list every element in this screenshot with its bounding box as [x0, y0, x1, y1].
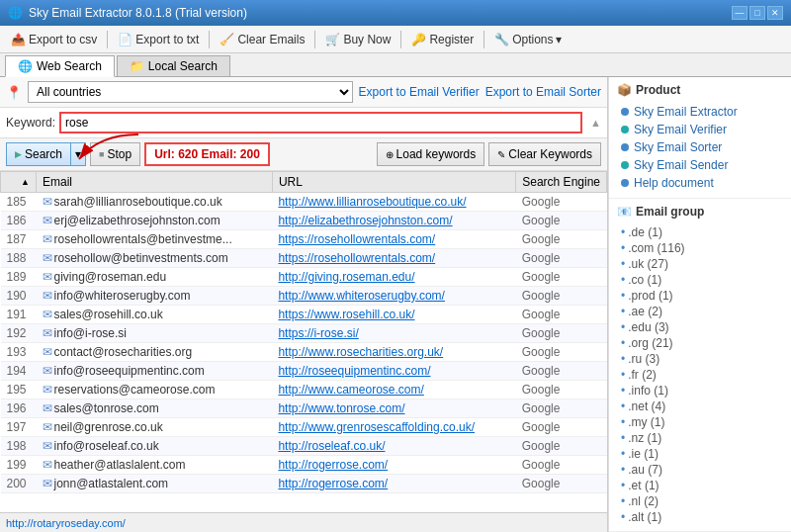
email-group-item[interactable]: • .prod (1)	[617, 288, 783, 304]
cell-email[interactable]: ✉sales@rosehill.co.uk	[37, 306, 273, 324]
product-item[interactable]: Help document	[617, 174, 783, 192]
email-group-item[interactable]: • .my (1)	[617, 414, 783, 430]
cell-email[interactable]: ✉erj@elizabethrosejohnston.com	[37, 212, 273, 230]
product-item[interactable]: Sky Email Verifier	[617, 121, 783, 138]
search-button-main[interactable]: ▶ Search	[7, 143, 71, 165]
clear-keywords-button[interactable]: ✎ Clear Keywords	[488, 142, 601, 166]
cell-email[interactable]: ✉sarah@lillianroseboutique.co.uk	[37, 193, 273, 212]
sort-icon[interactable]: ▲	[21, 177, 30, 187]
country-select[interactable]: All countries	[28, 81, 353, 103]
export-sorter-link[interactable]: Export to Email Sorter	[485, 85, 601, 99]
menu-clear-emails[interactable]: 🧹 Clear Emails	[214, 30, 310, 49]
cell-url[interactable]: http://roseequipmentinc.com/	[272, 362, 515, 381]
menu-options[interactable]: 🔧 Options ▾	[488, 30, 568, 49]
email-group-item[interactable]: • .ru (3)	[617, 351, 783, 367]
cell-email[interactable]: ✉sales@tonrose.com	[37, 399, 273, 418]
email-group-item[interactable]: • .au (7)	[617, 462, 783, 478]
cell-url[interactable]: http://www.lillianroseboutique.co.uk/	[272, 193, 515, 212]
email-group-item[interactable]: • .fr (2)	[617, 367, 783, 383]
tab-web-search[interactable]: 🌐 Web Search	[5, 55, 115, 77]
col-header-url[interactable]: URL	[272, 172, 515, 193]
product-item[interactable]: Sky Email Sender	[617, 156, 783, 174]
bullet-icon: •	[621, 447, 625, 461]
menu-export-txt[interactable]: 📄 Export to txt	[112, 30, 205, 49]
cell-url[interactable]: http://roseleaf.co.uk/	[272, 437, 515, 456]
cell-url[interactable]: https://rosehollowrentals.com/	[272, 249, 515, 268]
email-group-item[interactable]: • .uk (27)	[617, 256, 783, 272]
cell-email[interactable]: ✉info@i-rose.si	[37, 324, 273, 343]
cell-url[interactable]: http://rogerrose.com/	[272, 475, 515, 493]
cell-engine: Google	[516, 324, 607, 343]
col-header-engine[interactable]: Search Engine	[516, 172, 607, 193]
keyword-input[interactable]	[59, 112, 582, 133]
cell-email[interactable]: ✉rosehollowrentals@betinvestme...	[37, 230, 273, 249]
tab-local-search[interactable]: 📁 Local Search	[117, 55, 230, 76]
stop-button[interactable]: ■ Stop	[90, 142, 140, 166]
email-group-item[interactable]: • .co (1)	[617, 272, 783, 288]
close-button[interactable]: ✕	[767, 6, 783, 20]
bullet-icon: •	[621, 336, 625, 350]
email-group-item[interactable]: • .com (116)	[617, 240, 783, 256]
table-row: 187 ✉rosehollowrentals@betinvestme... ht…	[1, 230, 607, 249]
cell-url[interactable]: http://elizabethrosejohnston.com/	[272, 212, 515, 230]
app-icon: 🌐	[8, 6, 23, 20]
cell-email[interactable]: ✉contact@rosecharities.org	[37, 343, 273, 362]
bullet-icon: •	[621, 463, 625, 477]
email-group-item[interactable]: • .org (21)	[617, 335, 783, 351]
email-table-container[interactable]: ▲ Email URL Search Engine	[0, 171, 607, 512]
email-group-label: .ie (1)	[628, 447, 659, 461]
cell-email[interactable]: ✉jonn@atlastalent.com	[37, 475, 273, 493]
menu-export-csv[interactable]: 📤 Export to csv	[5, 30, 103, 49]
cell-email[interactable]: ✉info@roseleaf.co.uk	[37, 437, 273, 456]
keyword-label: Keyword:	[6, 116, 55, 130]
cell-url[interactable]: http://www.rosecharities.org.uk/	[272, 343, 515, 362]
search-dropdown-arrow[interactable]: ▾	[71, 143, 85, 165]
cell-email[interactable]: ✉giving@roseman.edu	[37, 268, 273, 287]
cell-email[interactable]: ✉rosehollow@betinvestments.com	[37, 249, 273, 268]
cell-url[interactable]: https://i-rose.si/	[272, 324, 515, 343]
maximize-button[interactable]: □	[749, 6, 765, 20]
minimize-button[interactable]: —	[732, 6, 747, 20]
cell-email[interactable]: ✉heather@atlaslalent.com	[37, 456, 273, 475]
cell-url[interactable]: http://rogerrose.com/	[272, 456, 515, 475]
bullet-icon: •	[621, 368, 625, 382]
table-row: 191 ✉sales@rosehill.co.uk https://www.ro…	[1, 306, 607, 324]
search-button[interactable]: ▶ Search ▾	[6, 142, 86, 166]
email-group-icon: 📧	[617, 205, 632, 219]
menu-buy-now[interactable]: 🛒 Buy Now	[319, 30, 396, 49]
cell-url[interactable]: http://giving.roseman.edu/	[272, 268, 515, 287]
cell-email[interactable]: ✉reservations@cameorose.com	[37, 381, 273, 399]
email-group-item[interactable]: • .info (1)	[617, 383, 783, 399]
product-item[interactable]: Sky Email Extractor	[617, 103, 783, 121]
email-group-item[interactable]: • .nz (1)	[617, 430, 783, 446]
cell-url[interactable]: http://www.whiteroserugby.com/	[272, 287, 515, 306]
bullet-icon: •	[621, 415, 625, 429]
bullet-icon: •	[621, 225, 625, 239]
cell-url[interactable]: http://www.cameorose.com/	[272, 381, 515, 399]
email-group-item[interactable]: • .alt (1)	[617, 509, 783, 525]
cell-url[interactable]: https://rosehollowrentals.com/	[272, 230, 515, 249]
cell-email[interactable]: ✉neil@grenrose.co.uk	[37, 418, 273, 437]
export-verifier-link[interactable]: Export to Email Verifier	[359, 85, 480, 99]
cell-url[interactable]: http://www.tonrose.com/	[272, 399, 515, 418]
cell-email[interactable]: ✉info@roseequipmentinc.com	[37, 362, 273, 381]
col-header-email[interactable]: Email	[37, 172, 273, 193]
email-group-item[interactable]: • .nl (2)	[617, 493, 783, 509]
table-row: 198 ✉info@roseleaf.co.uk http://roseleaf…	[1, 437, 607, 456]
email-group-item[interactable]: • .net (4)	[617, 399, 783, 414]
product-item[interactable]: Sky Email Sorter	[617, 138, 783, 156]
cell-email[interactable]: ✉info@whiteroserugby.com	[37, 287, 273, 306]
email-group-item[interactable]: • .de (1)	[617, 224, 783, 240]
menu-register[interactable]: 🔑 Register	[405, 30, 480, 49]
email-group-item[interactable]: • .ae (2)	[617, 304, 783, 319]
cell-engine: Google	[516, 343, 607, 362]
cell-url[interactable]: http://www.grenrosescaffolding.co.uk/	[272, 418, 515, 437]
cell-num: 187	[1, 230, 37, 249]
keyword-scroll-up[interactable]: ▲	[590, 117, 601, 129]
email-group-item[interactable]: • .ie (1)	[617, 446, 783, 462]
email-group-item[interactable]: • .edu (3)	[617, 319, 783, 335]
play-icon: ▶	[15, 149, 22, 159]
email-group-item[interactable]: • .et (1)	[617, 478, 783, 493]
load-keywords-button[interactable]: ⊕ Load keywords	[377, 142, 485, 166]
cell-url[interactable]: https://www.rosehill.co.uk/	[272, 306, 515, 324]
